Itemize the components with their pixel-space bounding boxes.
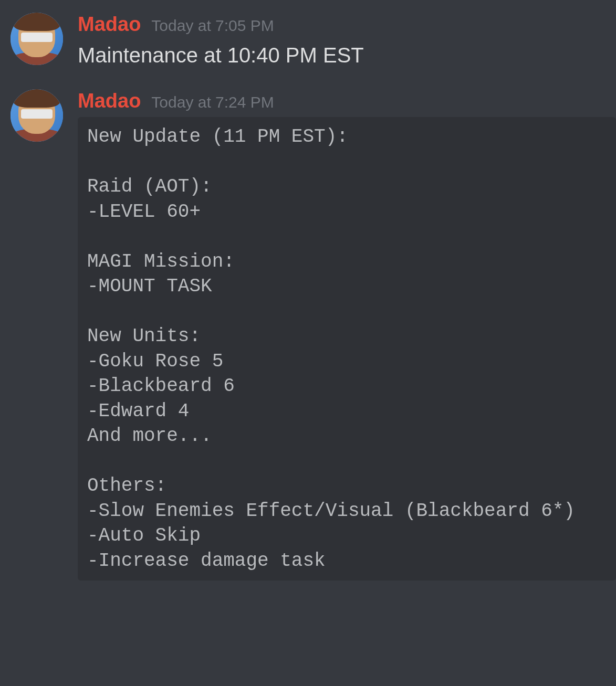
message-content: Madao Today at 7:24 PM New Update (11 PM… <box>78 89 616 581</box>
chat-message: Madao Today at 7:05 PM Maintenance at 10… <box>0 10 616 71</box>
message-header: Madao Today at 7:05 PM <box>78 13 616 37</box>
chat-message: Madao Today at 7:24 PM New Update (11 PM… <box>0 87 616 583</box>
timestamp: Today at 7:24 PM <box>151 93 274 111</box>
avatar[interactable] <box>11 13 63 65</box>
message-content: Madao Today at 7:05 PM Maintenance at 10… <box>78 13 616 69</box>
username[interactable]: Madao <box>78 89 141 113</box>
message-text: Maintenance at 10:40 PM EST <box>78 41 616 69</box>
message-header: Madao Today at 7:24 PM <box>78 89 616 113</box>
code-block: New Update (11 PM EST): Raid (AOT): -LEV… <box>78 117 616 581</box>
username[interactable]: Madao <box>78 13 141 37</box>
timestamp: Today at 7:05 PM <box>151 17 274 35</box>
avatar[interactable] <box>11 89 63 142</box>
